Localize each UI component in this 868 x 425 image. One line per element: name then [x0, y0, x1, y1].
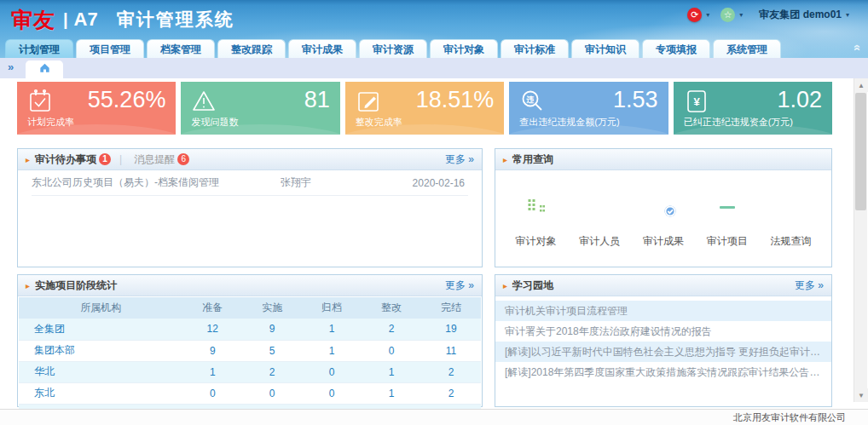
- scroll-down-icon[interactable]: ▼: [854, 388, 868, 402]
- stage-implement-count[interactable]: 5: [242, 340, 302, 361]
- calendar-check-icon: [27, 89, 53, 114]
- panel-arrow-icon: ▸: [503, 155, 507, 164]
- quick-query-item[interactable]: 审计成果: [634, 187, 693, 249]
- org-link[interactable]: 华北: [19, 361, 182, 382]
- header-actions: ⟳ ▾ ☆ ▾ 审友集团 demo01 ▾: [687, 8, 856, 22]
- learning-title: 学习园地: [512, 279, 553, 293]
- stage-column-header: 实施: [242, 297, 302, 319]
- org-link[interactable]: 东北: [19, 382, 182, 404]
- stage-archive-count[interactable]: 0: [302, 361, 362, 382]
- vertical-scrollbar[interactable]: ▲ ▼: [854, 78, 867, 402]
- app-header: 审友 | A7 审计管理系统 ⟳ ▾ ☆ ▾ 审友集团 demo01 ▾ 计划管…: [0, 0, 868, 58]
- nav-tab[interactable]: 系统管理: [713, 39, 781, 58]
- user-dropdown-caret[interactable]: ▾: [846, 11, 849, 19]
- user-menu[interactable]: 审友集团 demo01: [759, 8, 842, 22]
- stat-value: 55.26%: [88, 87, 166, 113]
- stat-card[interactable]: 81 发现问题数: [181, 82, 339, 135]
- stage-stats-header: ▸ 实施项目阶段统计 更多 »: [18, 275, 482, 296]
- todo-title: 东北公司历史项目（易夫）-档案借阅管理: [32, 175, 281, 190]
- stage-prepare-count[interactable]: 1: [182, 361, 242, 382]
- favorite-star-icon[interactable]: ☆: [720, 8, 735, 22]
- stage-archive-count[interactable]: 1: [302, 340, 362, 361]
- nav-tab[interactable]: 审计成果: [288, 39, 356, 58]
- stage-complete-count[interactable]: 19: [421, 319, 481, 340]
- learning-item[interactable]: [解读]2018年第四季度国家重大政策措施落实情况跟踪审计结果公告解读: [495, 362, 831, 382]
- quick-query-item[interactable]: 审计对象: [506, 187, 565, 249]
- system-title: 审计管理系统: [117, 8, 234, 32]
- quick-query-header: ▸ 常用查询: [495, 149, 831, 170]
- tab-audit-todos[interactable]: 审计待办事项1: [35, 152, 111, 167]
- home-tab[interactable]: [26, 60, 63, 78]
- nav-tab[interactable]: 审计资源: [359, 39, 427, 58]
- stage-column-header: 完结: [421, 297, 481, 319]
- quick-query-item[interactable]: 法规查询: [761, 187, 821, 249]
- nav-tab[interactable]: 审计对象: [430, 39, 498, 58]
- logo: 审友: [11, 6, 55, 34]
- todo-list: 东北公司历史项目（易夫）-档案借阅管理 张翔宇 2020-02-16: [18, 170, 482, 196]
- nav-tab[interactable]: 审计知识: [571, 39, 639, 58]
- nav-tab[interactable]: 档案管理: [147, 39, 215, 58]
- learning-item[interactable]: [解读]以习近平新时代中国特色社会主义思想为指导 更好担负起审计工作新职责新..…: [495, 342, 831, 362]
- quick-query-item[interactable]: 审计项目: [697, 187, 757, 249]
- tab-messages[interactable]: 消息提醒6: [134, 152, 189, 167]
- stage-implement-count[interactable]: 0: [242, 382, 302, 404]
- stage-complete-count[interactable]: 2: [421, 382, 481, 404]
- stage-implement-count[interactable]: 9: [242, 319, 302, 340]
- stat-card[interactable]: 18.51% 整改完成率: [345, 82, 504, 135]
- stat-label: 已纠正违纪违规资金(万元): [684, 116, 793, 129]
- nav-tab[interactable]: 计划管理: [5, 39, 73, 58]
- logo-divider: |: [63, 10, 68, 30]
- stage-complete-count[interactable]: 2: [421, 361, 481, 382]
- stage-implement-count[interactable]: 2: [242, 361, 302, 382]
- quick-query-panel: ▸ 常用查询 审计对象 审计人员: [495, 148, 832, 267]
- org-link[interactable]: 集团本部: [19, 340, 182, 361]
- stage-rectify-count[interactable]: 1: [362, 361, 421, 382]
- stage-rectify-count[interactable]: 1: [362, 382, 421, 404]
- nav-tab[interactable]: 专项填报: [642, 39, 710, 58]
- stat-cards-row: 55.26% 计划完成率 81 发现问题数 18.51% 整改完成率 违 1.5…: [17, 82, 832, 135]
- quick-query-label: 审计对象: [506, 234, 565, 249]
- violation-search-icon: 违: [519, 89, 545, 114]
- refresh-icon[interactable]: ⟳: [687, 8, 702, 22]
- svg-text:¥: ¥: [693, 95, 700, 108]
- stat-label: 整改完成率: [356, 116, 402, 129]
- stage-stats-more-link[interactable]: 更多 »: [445, 279, 474, 293]
- quick-query-item[interactable]: 审计人员: [570, 187, 629, 249]
- stat-card[interactable]: 违 1.53 查出违纪违规金额(万元): [509, 82, 668, 135]
- org-link[interactable]: 全集团: [19, 319, 182, 340]
- stage-archive-count[interactable]: 0: [302, 382, 362, 404]
- expand-tabs-icon[interactable]: »: [8, 60, 14, 73]
- todo-row[interactable]: 东北公司历史项目（易夫）-档案借阅管理 张翔宇 2020-02-16: [32, 170, 468, 196]
- stage-prepare-count[interactable]: 0: [182, 382, 242, 404]
- stage-rectify-count[interactable]: 0: [362, 340, 421, 361]
- stat-label: 计划完成率: [27, 116, 74, 129]
- refresh-caret-icon[interactable]: ▾: [706, 11, 709, 19]
- stage-column-header: 归档: [302, 297, 362, 319]
- stage-complete-count[interactable]: 11: [421, 340, 481, 361]
- todo-more-link[interactable]: 更多 »: [445, 152, 474, 167]
- collapse-header-icon[interactable]: «: [851, 44, 865, 51]
- stat-value: 1.53: [613, 87, 658, 113]
- stage-prepare-count[interactable]: 12: [182, 319, 242, 340]
- scales-icon: [772, 187, 811, 227]
- yuan-currency-icon: ¥: [684, 89, 709, 114]
- panel-arrow-icon: ▸: [26, 155, 30, 164]
- learning-item[interactable]: 审计署关于2018年度法治政府建设情况的报告: [495, 321, 831, 342]
- stage-prepare-count[interactable]: 9: [182, 340, 242, 361]
- stage-archive-count[interactable]: 1: [302, 319, 362, 340]
- todo-count-badge: 1: [99, 153, 111, 165]
- stat-card[interactable]: ¥ 1.02 已纠正违纪违规资金(万元): [674, 82, 832, 135]
- panel-arrow-icon: ▸: [503, 281, 507, 290]
- nav-tab[interactable]: 审计标准: [501, 39, 569, 58]
- learning-item[interactable]: 审计机关审计项目流程管理: [495, 301, 831, 321]
- stage-rectify-count[interactable]: 2: [362, 319, 421, 340]
- learning-list: 审计机关审计项目流程管理 审计署关于2018年度法治政府建设情况的报告 [解读]…: [495, 296, 831, 382]
- panel-arrow-icon: ▸: [26, 281, 30, 290]
- nav-tab[interactable]: 项目管理: [76, 39, 144, 58]
- stat-card[interactable]: 55.26% 计划完成率: [17, 82, 176, 135]
- favorite-caret-icon[interactable]: ▾: [739, 11, 743, 19]
- learning-more-link[interactable]: 更多 »: [795, 279, 824, 293]
- scroll-up-icon[interactable]: ▲: [854, 78, 868, 92]
- scrollbar-thumb[interactable]: [855, 93, 866, 210]
- nav-tab[interactable]: 整改跟踪: [217, 39, 286, 58]
